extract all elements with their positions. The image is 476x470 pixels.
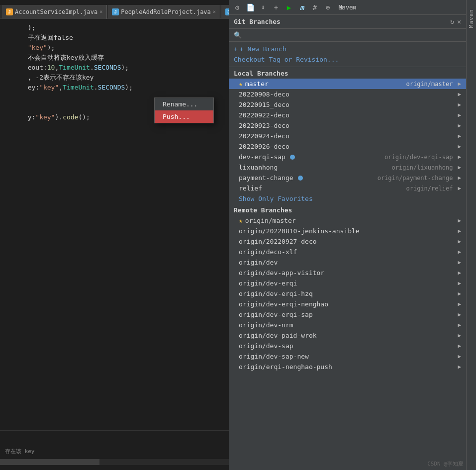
branch-label: origin/dev-erqi-sap (239, 311, 313, 318)
watermark: CSDN @李知夏 (427, 460, 464, 468)
plus-icon: + (234, 45, 238, 53)
arrow-icon: ▶ (458, 290, 461, 297)
code-line: , -2表示不存在该key (0, 73, 229, 83)
branch-item-origin-master[interactable]: ★ origin/master ▶ (229, 215, 466, 226)
arrow-icon: ▶ (458, 164, 461, 171)
branch-item-20220915[interactable]: 20220915_deco ▶ (229, 99, 466, 110)
git-branches-list: Local Branches ★ master origin/master ▶ … (229, 67, 466, 470)
context-menu-push[interactable]: Push... (155, 110, 213, 123)
branch-item-origin-dev-erqi-nenghao[interactable]: origin/dev-erqi-nenghao ▶ (229, 299, 466, 309)
branch-name-master: ★ master (239, 80, 269, 88)
tab-close-icon[interactable]: × (213, 9, 216, 14)
show-favorites-btn[interactable]: Show Only Favorites (229, 193, 466, 204)
branch-label: origin/dev-nrm (239, 321, 293, 329)
git-search-input[interactable] (245, 31, 461, 39)
arrow-icon: ▶ (458, 185, 461, 191)
branch-item-relief[interactable]: relief origin/relief ▶ (229, 183, 466, 193)
branch-item-origin-dev-sap[interactable]: origin/dev-sap ▶ (229, 341, 466, 351)
branch-label: origin/dev-app-visitor (239, 269, 324, 277)
tab-http[interactable]: J Http × (221, 5, 229, 19)
tab-account-service[interactable]: J AccountServiceImpl.java × (2, 5, 107, 19)
code-line: ey: "key", TimeUnit.SECONDS); (0, 83, 229, 93)
toolbar-download-btn[interactable]: ⬇ (258, 2, 269, 13)
arrow-icon: ▶ (458, 81, 461, 87)
tab-label: PeopleAddRoleProject.java (121, 8, 211, 15)
toolbar-file-btn[interactable]: 📄 (245, 2, 256, 13)
branch-item-origin-dev-erqi[interactable]: origin/dev-erqi ▶ (229, 278, 466, 288)
branch-item-origin-dev-app-visitor[interactable]: origin/dev-app-visitor ▶ (229, 268, 466, 278)
branch-label: 20220922-deco (239, 111, 289, 119)
toolbar-target-btn[interactable]: ⊕ (322, 2, 333, 13)
branch-label: origin/erqi-nenghao-push (239, 363, 332, 371)
git-panel-header: Git Branches ↻ ✕ (229, 15, 466, 29)
branch-label: origin/master (245, 217, 296, 224)
tab-close-icon[interactable]: × (99, 9, 102, 14)
git-close-btn[interactable]: ✕ (457, 18, 461, 25)
branch-label: 20220923-deco (239, 122, 289, 129)
branch-item-origin-deco-xlf[interactable]: origin/deco-xlf ▶ (229, 247, 466, 257)
git-refresh-btn[interactable]: ↻ (450, 18, 454, 25)
branch-item-master[interactable]: ★ master origin/master ▶ (229, 79, 466, 89)
branch-item-origin-dev[interactable]: origin/dev ▶ (229, 257, 466, 268)
branch-item-20220923[interactable]: 20220923-deco ▶ (229, 120, 466, 131)
branch-tracking: origin/payment-change (378, 175, 453, 182)
branch-tracking: origin/dev-erqi-sap (384, 154, 453, 161)
branch-label: origin/dev-erqi-hzq (239, 290, 313, 297)
arrow-icon: ▶ (458, 301, 461, 307)
branch-item-origin-dev-erqi-sap[interactable]: origin/dev-erqi-sap ▶ (229, 309, 466, 320)
branch-item-origin-20220927[interactable]: origin/20220927-deco ▶ (229, 236, 466, 247)
arrow-icon: ▶ (458, 143, 461, 150)
branch-item-payment-change[interactable]: payment-change origin/payment-change ▶ (229, 173, 466, 183)
arrow-icon: ▶ (458, 154, 461, 160)
branch-label: master (245, 80, 269, 88)
new-branch-btn[interactable]: + + New Branch (234, 44, 461, 54)
branch-label: origin/deco-xlf (239, 248, 297, 256)
branch-item-20220908[interactable]: 20220908-deco ▶ (229, 89, 466, 99)
branch-item-origin-jenkins[interactable]: origin/20220810-jenkins-ansible ▶ (229, 226, 466, 236)
new-branch-label: + New Branch (240, 45, 286, 53)
branch-label: 20220908-deco (239, 91, 289, 98)
branch-label: 20220924-deco (239, 132, 289, 140)
toolbar-m-btn[interactable]: m (296, 2, 307, 13)
branch-item-origin-erqi-nenghao-push[interactable]: origin/erqi-nenghao-push ▶ (229, 362, 466, 372)
branch-item-20220926[interactable]: 20220926-deco ▶ (229, 141, 466, 152)
branch-item-20220924[interactable]: 20220924-deco ▶ (229, 131, 466, 141)
branch-right-master: origin/master ▶ (406, 81, 461, 88)
arrow-icon: ▶ (458, 280, 461, 286)
code-line: "key"); (0, 43, 229, 53)
maven-toolbar: ⚙ 📄 ⬇ + ▶ m # ⊕ ⊞ » Maven (229, 0, 466, 15)
branch-tracking: origin/relief (406, 185, 453, 192)
tag-icon (298, 176, 303, 181)
toolbar-add-btn[interactable]: + (271, 2, 282, 13)
java-icon-blue: J (112, 8, 119, 15)
branch-item-origin-dev-nrm[interactable]: origin/dev-nrm ▶ (229, 320, 466, 330)
branch-item-lixuanhong[interactable]: lixuanhong origin/lixuanhong ▶ (229, 162, 466, 173)
checkout-tag-btn[interactable]: Checkout Tag or Revision... (234, 54, 461, 65)
branch-tracking: origin/lixuanhong (392, 164, 453, 171)
branch-tracking: origin/master (406, 81, 453, 88)
git-search-bar: 🔍 (229, 29, 466, 42)
arrow-icon: ▶ (458, 343, 461, 349)
branch-item-origin-dev-sap-new[interactable]: origin/dev-sap-new ▶ (229, 351, 466, 362)
arrow-icon: ▶ (458, 133, 461, 139)
maven-side-label: Maven (468, 9, 475, 28)
toolbar-hash-btn[interactable]: # (309, 2, 320, 13)
branch-item-dev-erqi-sap[interactable]: dev-erqi-sap origin/dev-erqi-sap ▶ (229, 152, 466, 162)
branch-item-origin-dev-erqi-hzq[interactable]: origin/dev-erqi-hzq ▶ (229, 288, 466, 299)
arrow-icon: ▶ (458, 259, 461, 266)
arrow-icon: ▶ (458, 112, 461, 118)
code-line: eout: 10, TimeUnit.SECONDS); (0, 63, 229, 73)
branch-label: origin/dev (239, 259, 278, 266)
git-panel-header-actions: ↻ ✕ (450, 18, 461, 25)
maven-side-panel: Maven (466, 0, 476, 470)
branch-label: origin/dev-erqi (239, 280, 297, 287)
branch-item-origin-dev-paid-wrok[interactable]: origin/dev-paid-wrok ▶ (229, 330, 466, 341)
toolbar-settings-btn[interactable]: ⚙ (232, 2, 243, 13)
tab-people-add[interactable]: J PeopleAddRoleProject.java × (108, 5, 220, 19)
context-menu-rename[interactable]: Rename... (155, 98, 213, 110)
branch-label: origin/dev-paid-wrok (239, 332, 317, 339)
branch-item-20220922[interactable]: 20220922-deco ▶ (229, 110, 466, 120)
toolbar-run-btn[interactable]: ▶ (284, 2, 294, 13)
branch-label: 20220915_deco (239, 101, 289, 108)
arrow-icon: ▶ (458, 238, 461, 245)
